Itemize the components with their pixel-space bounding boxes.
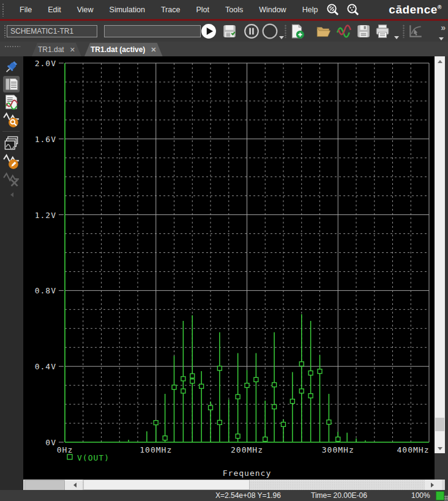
point-marker (272, 383, 277, 387)
plot-canvas[interactable]: 0V0.4V0.8V1.2V1.6V2.0V0Hz100MHz200MHz300… (23, 56, 435, 480)
point-marker (209, 405, 213, 410)
point-marker (245, 383, 249, 388)
stop-button[interactable] (262, 23, 278, 39)
tab-close-icon[interactable]: ✕ (151, 46, 156, 54)
menu-item-edit[interactable]: Edit (47, 3, 62, 17)
resize-grip[interactable] (444, 495, 448, 500)
simulation-profile-combo[interactable]: SCHEMATIC1-TR1 (7, 25, 97, 37)
legend-label: V(OUT) (77, 453, 110, 462)
tab-close-icon[interactable]: ✕ (70, 46, 75, 54)
stop-dropdown-arrow[interactable] (279, 36, 284, 39)
point-marker (327, 420, 331, 424)
point-marker (181, 389, 185, 393)
menu-item-simulation[interactable]: Simulation (108, 3, 146, 17)
menu-item-help[interactable]: Help (301, 3, 319, 17)
pin-icon[interactable] (3, 59, 20, 75)
vertical-scrollbar[interactable] (435, 56, 445, 453)
y-tick-label: 2.0V (35, 59, 56, 68)
menu-bar: File Edit View Simulation Trace Plot Too… (0, 0, 448, 19)
tab-tr1-dat-active[interactable]: TR1.dat (active) ✕ (84, 43, 163, 56)
toolbar: SCHEMATIC1-TR1 (0, 21, 448, 42)
x-tick-label: 100MHz (140, 445, 172, 454)
print-dropdown-arrow[interactable] (394, 36, 399, 39)
point-marker (318, 369, 322, 374)
pspice-document-icon[interactable] (3, 76, 20, 92)
point-marker (308, 394, 313, 398)
y-tick-label: 0.8V (35, 286, 56, 295)
x-tick-label: 400MHz (397, 445, 430, 454)
x-tick-label: 0Hz (57, 445, 73, 454)
search-trace-icon[interactable] (3, 111, 20, 128)
point-marker (308, 371, 313, 375)
tabbar-drag-handle[interactable] (4, 45, 20, 48)
horizontal-scrollbar-row (23, 480, 445, 490)
open-file-icon[interactable] (316, 23, 332, 39)
sidebar-separator (2, 131, 20, 132)
point-marker (217, 420, 222, 424)
tab-label: TR1.dat (38, 45, 64, 54)
zoom-area-icon[interactable] (346, 3, 359, 16)
menu-item-trace[interactable]: Trace (160, 3, 182, 17)
new-simulation-icon[interactable] (289, 23, 305, 39)
point-marker (290, 399, 294, 404)
print-icon[interactable] (375, 23, 390, 39)
x-tick-label: 200MHz (231, 445, 263, 454)
menu-item-window[interactable]: Window (258, 3, 287, 17)
plot-area[interactable]: 0V0.4V0.8V1.2V1.6V2.0V0Hz100MHz200MHz300… (23, 56, 435, 480)
point-marker (217, 366, 222, 371)
menu-item-tools[interactable]: Tools (224, 3, 244, 17)
x-axis-title: Frequency (223, 469, 271, 478)
point-marker (200, 384, 204, 388)
tab-tr1-dat[interactable]: TR1.dat ✕ (32, 43, 81, 56)
secondary-combo[interactable] (104, 25, 201, 37)
legend-marker (67, 454, 72, 459)
sim-time-readout: Time= 20.00E-06 (311, 491, 367, 500)
point-marker (263, 437, 267, 442)
plot-windows-icon[interactable] (3, 135, 20, 151)
simulation-output-icon[interactable] (3, 94, 20, 110)
menu-item-file[interactable]: File (18, 3, 33, 17)
point-marker (190, 374, 195, 378)
pause-button[interactable] (244, 23, 259, 39)
waveform-file-icon[interactable] (336, 23, 352, 39)
menu-item-view[interactable]: View (76, 3, 95, 17)
save-icon[interactable] (356, 23, 371, 39)
scroll-down-button[interactable] (435, 443, 445, 453)
point-marker (336, 437, 340, 442)
scroll-corner-box (24, 480, 65, 491)
x-tick-label: 300MHz (322, 445, 354, 454)
point-marker (190, 379, 195, 383)
status-bar: X=2.54e+08 Y=1.96 Time= 20.00E-06 100% (0, 490, 448, 501)
menu-item-plot[interactable]: Plot (195, 3, 211, 17)
point-marker (154, 421, 158, 425)
menubar-drag-handle[interactable] (2, 3, 5, 17)
point-marker (163, 436, 167, 440)
view-simulation-results-icon[interactable] (222, 23, 237, 39)
tab-label: TR1.dat (active) (91, 45, 145, 54)
y-tick-label: 1.6V (35, 135, 56, 144)
point-marker (236, 434, 240, 439)
document-tab-bar: TR1.dat ✕ TR1.dat (active) ✕ (0, 42, 448, 56)
sidebar-collapse-icon[interactable] (8, 192, 13, 197)
scroll-left-button[interactable] (65, 480, 82, 490)
overflow-dropdown-arrow[interactable] (439, 37, 444, 40)
cursor-readout: X=2.54e+08 Y=1.96 (215, 491, 281, 500)
scroll-right-button[interactable] (425, 480, 442, 490)
toolbar-overflow-chevrons[interactable]: » (441, 23, 446, 32)
run-button[interactable] (201, 23, 217, 39)
edit-trace-icon[interactable] (3, 153, 20, 170)
simulation-status-led (436, 491, 444, 500)
horizontal-scroll-thumb[interactable] (83, 480, 250, 490)
point-marker (254, 377, 258, 382)
vertical-scroll-thumb[interactable] (435, 418, 444, 431)
pspice-window: File Edit View Simulation Trace Plot Too… (0, 0, 448, 501)
point-marker (299, 362, 304, 366)
delete-trace-icon (3, 171, 20, 188)
zoom-fit-icon[interactable] (326, 3, 339, 16)
y-tick-label: 0V (45, 438, 56, 447)
workspace-sidebar (0, 56, 23, 490)
scroll-up-button[interactable] (435, 56, 445, 66)
point-marker (282, 422, 286, 426)
cadence-logo: cādence® (389, 3, 442, 17)
point-marker (272, 405, 277, 409)
